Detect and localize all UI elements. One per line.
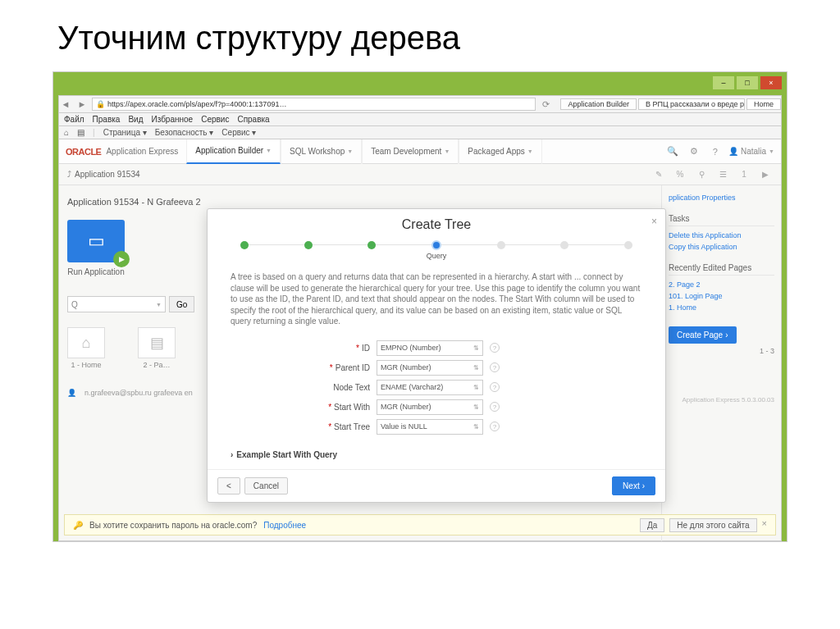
apex-tab-sql[interactable]: SQL Workshop▼ — [281, 139, 362, 164]
maximize-button[interactable]: □ — [737, 76, 758, 89]
page-count: 1 - 3 — [669, 347, 774, 355]
modal-description: A tree is based on a query and returns d… — [208, 267, 665, 335]
help-text-icon[interactable]: ? — [490, 382, 500, 392]
up-icon[interactable]: ⤴ — [67, 170, 71, 179]
bc-btn5[interactable]: 1 — [737, 170, 751, 179]
tab-appbuilder[interactable]: Application Builder — [560, 98, 637, 110]
close-button[interactable]: × — [760, 76, 782, 89]
apex-version: Application Express 5.0.3.00.03 — [669, 396, 774, 403]
select-parent[interactable]: MGR (Number)⇅ — [377, 360, 483, 376]
avatar-icon: 👤 — [728, 147, 738, 156]
next-button[interactable]: Next› — [612, 476, 655, 495]
app-properties-link[interactable]: pplication Properties — [669, 192, 774, 203]
tb-sec[interactable]: Безопасность ▾ — [155, 128, 214, 137]
recent-2[interactable]: 101. Login Page — [669, 290, 774, 302]
url-text: https://apex.oracle.com/pls/apex/f?p=400… — [107, 100, 286, 108]
back-icon[interactable]: ◄ — [59, 98, 72, 111]
window-controls: – □ × — [713, 76, 782, 89]
save-bar-more[interactable]: Подробнее — [263, 521, 306, 530]
label-id: ID — [362, 344, 370, 353]
menu-edit[interactable]: Правка — [93, 115, 121, 124]
home-icon[interactable]: ⌂ — [64, 128, 69, 137]
help-id-icon[interactable]: ? — [490, 343, 500, 353]
apex-tab-team[interactable]: Team Development▼ — [362, 139, 459, 164]
create-tree-dialog: Create Tree × Query A tree is based on a… — [207, 208, 666, 503]
bc-btn3[interactable]: ⚲ — [694, 170, 709, 179]
step-2 — [304, 241, 313, 249]
menu-view[interactable]: Вид — [128, 115, 143, 124]
select-text[interactable]: ENAME (Varchar2)⇅ — [377, 380, 483, 395]
menu-help[interactable]: Справка — [237, 115, 269, 124]
cancel-button[interactable]: Cancel — [244, 477, 288, 495]
url-bar[interactable]: 🔒 https://apex.oracle.com/pls/apex/f?p=4… — [92, 98, 536, 111]
step-3 — [368, 241, 376, 249]
menu-fav[interactable]: Избранное — [151, 115, 193, 124]
home-page-icon: ⌂ — [82, 335, 91, 352]
modal-close-button[interactable]: × — [651, 216, 657, 227]
label-text: Node Text — [333, 383, 370, 392]
select-tree[interactable]: Value is NULL⇅ — [377, 419, 483, 435]
help-tree-icon[interactable]: ? — [490, 422, 500, 431]
save-no-button[interactable]: Не для этого сайта — [669, 518, 756, 532]
apex-tab-builder[interactable]: Application Builder▼ — [186, 139, 281, 164]
wizard-steps — [208, 237, 665, 252]
key-icon: 🔑 — [73, 521, 83, 530]
save-close-button[interactable]: × — [762, 518, 767, 532]
task-copy[interactable]: Copy this Application — [669, 241, 774, 253]
tab-home[interactable]: Home — [746, 98, 781, 110]
modal-title: Create Tree — [402, 217, 471, 231]
step-7 — [624, 241, 632, 249]
recent-head: Recently Edited Pages — [669, 261, 774, 276]
page-tile-home[interactable]: ⌂ 1 - Home — [67, 327, 105, 369]
go-button[interactable]: Go — [169, 296, 194, 312]
bc-run[interactable]: ▶ — [758, 170, 773, 179]
play-icon: ▶ — [113, 251, 130, 267]
bc-btn2[interactable]: % — [673, 170, 687, 179]
browser-menu: Файл Правка Вид Избранное Сервис Справка — [58, 113, 782, 126]
save-password-bar: 🔑 Вы хотите сохранить пароль на oracle.c… — [64, 514, 776, 536]
browser-tabs: Application Builder В РПЦ рассказали о в… — [560, 98, 781, 110]
oracle-logo: ORACLE — [66, 147, 101, 157]
search-input[interactable]: Q ▼ — [67, 296, 166, 312]
tab-news[interactable]: В РПЦ рассказали о вреде ра… — [638, 98, 745, 110]
tb-serv[interactable]: Сервис ▾ — [221, 128, 256, 137]
feed-icon[interactable]: ▤ — [77, 128, 84, 137]
tile-run[interactable]: ▭▶ Run Application — [67, 220, 125, 276]
select-start[interactable]: MGR (Number)⇅ — [377, 399, 483, 415]
help-icon[interactable]: ? — [707, 147, 724, 157]
user-icon: 👤 — [67, 389, 76, 397]
recent-1[interactable]: 2. Page 2 — [669, 279, 774, 290]
app-icon: ▭ — [88, 230, 105, 252]
minimize-button[interactable]: – — [713, 76, 734, 89]
select-id[interactable]: EMPNO (Number)⇅ — [377, 340, 483, 356]
refresh-icon[interactable]: ⟳ — [539, 98, 552, 111]
screenshot: – □ × ◄ ► 🔒 https://apex.oracle.com/pls/… — [52, 71, 788, 542]
search-icon[interactable]: 🔍 — [664, 146, 681, 157]
step-5 — [497, 241, 505, 249]
step-6 — [560, 241, 568, 249]
page-tile-2[interactable]: ▤ 2 - Pa… — [138, 327, 176, 369]
browser-toolbar: ⌂ ▤ | Страница ▾ Безопасность ▾ Сервис ▾ — [58, 126, 782, 139]
bc-btn1[interactable]: ✎ — [651, 170, 666, 179]
menu-file[interactable]: Файл — [64, 115, 84, 124]
back-button[interactable]: < — [217, 477, 240, 495]
help-start-icon[interactable]: ? — [490, 402, 500, 412]
label-parent: Parent ID — [336, 363, 370, 372]
tb-page[interactable]: Страница ▾ — [103, 128, 147, 137]
task-delete[interactable]: Delete this Application — [669, 230, 774, 241]
apex-tab-packaged[interactable]: Packaged Apps▼ — [459, 139, 541, 164]
forward-icon[interactable]: ► — [75, 98, 89, 111]
bc-btn4[interactable]: ☰ — [715, 170, 730, 179]
settings-icon[interactable]: ⚙ — [686, 146, 702, 157]
breadcrumb: ⤴ Application 91534 ✎ % ⚲ ☰ 1 ▶ — [59, 164, 781, 185]
recent-3[interactable]: 1. Home — [669, 302, 774, 313]
tasks-head: Tasks — [669, 212, 774, 226]
user-menu[interactable]: 👤 Natalia ▼ — [728, 147, 774, 156]
menu-tools[interactable]: Сервис — [201, 115, 229, 124]
create-page-button[interactable]: Create Page› — [669, 326, 737, 344]
save-yes-button[interactable]: Да — [640, 518, 664, 532]
help-parent-icon[interactable]: ? — [490, 362, 500, 372]
breadcrumb-text[interactable]: Application 91534 — [75, 170, 140, 179]
example-expand[interactable]: › Example Start With Query — [208, 447, 665, 469]
apex-product: Application Express — [106, 147, 178, 156]
